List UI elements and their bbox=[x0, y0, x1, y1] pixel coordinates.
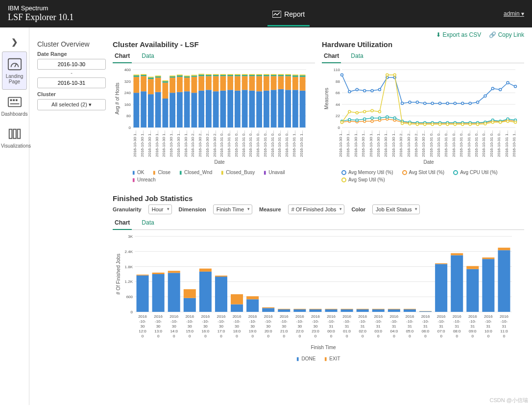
svg-rect-161 bbox=[300, 91, 306, 127]
svg-text:06:0: 06:0 bbox=[422, 329, 430, 333]
svg-text:-10-: -10- bbox=[155, 319, 162, 324]
measure-select[interactable]: # Of Finished Jobs bbox=[288, 204, 345, 214]
svg-rect-350 bbox=[215, 276, 227, 277]
svg-text:-10-: -10- bbox=[390, 319, 398, 324]
svg-text:2016: 2016 bbox=[500, 314, 508, 319]
svg-rect-164 bbox=[300, 75, 306, 76]
svg-text:14:0: 14:0 bbox=[170, 329, 178, 333]
svg-rect-366 bbox=[341, 309, 353, 309]
svg-text:-10-: -10- bbox=[406, 319, 413, 324]
svg-text:09:0: 09:0 bbox=[469, 329, 477, 333]
hardware-tab-data[interactable]: Data bbox=[349, 51, 365, 63]
svg-text:30: 30 bbox=[188, 324, 192, 329]
svg-text:-10-: -10- bbox=[249, 319, 257, 324]
hardware-tab-chart[interactable]: Chart bbox=[322, 51, 341, 63]
svg-text:-10-: -10- bbox=[170, 319, 178, 324]
nav-report[interactable]: Report bbox=[267, 1, 310, 26]
svg-text:2016: 2016 bbox=[484, 314, 493, 319]
svg-text:2016-10-31 0...: 2016-10-31 0... bbox=[489, 130, 494, 157]
cluster-select[interactable]: All selected (2) ▾ bbox=[37, 99, 106, 110]
svg-rect-157 bbox=[292, 76, 298, 77]
svg-rect-362 bbox=[309, 309, 321, 309]
user-menu[interactable]: admin ▾ bbox=[504, 10, 524, 17]
svg-point-215 bbox=[416, 101, 418, 103]
svg-rect-351 bbox=[231, 304, 243, 312]
svg-rect-368 bbox=[357, 309, 369, 309]
svg-rect-10 bbox=[17, 129, 20, 139]
chart-icon bbox=[272, 11, 281, 18]
svg-rect-119 bbox=[249, 91, 255, 127]
svg-rect-32 bbox=[141, 74, 146, 75]
svg-point-297 bbox=[491, 121, 494, 124]
svg-point-223 bbox=[477, 101, 479, 103]
svg-text:0: 0 bbox=[409, 334, 411, 338]
svg-rect-77 bbox=[198, 91, 204, 127]
svg-rect-53 bbox=[169, 93, 175, 127]
svg-rect-121 bbox=[249, 75, 255, 76]
svg-point-282 bbox=[378, 110, 381, 113]
svg-rect-89 bbox=[213, 91, 219, 127]
svg-text:600: 600 bbox=[126, 295, 133, 299]
svg-text:2016-10-30 1...: 2016-10-30 1... bbox=[147, 130, 152, 157]
svg-text:2016: 2016 bbox=[264, 314, 273, 319]
svg-text:2016-10-30 1...: 2016-10-30 1... bbox=[354, 130, 358, 157]
dimension-label: Dimension bbox=[179, 206, 206, 212]
svg-rect-143 bbox=[278, 89, 284, 127]
svg-text:2016: 2016 bbox=[437, 314, 446, 319]
availability-tab-chart[interactable]: Chart bbox=[113, 51, 132, 63]
svg-text:0: 0 bbox=[142, 334, 144, 338]
finished-tab-chart[interactable]: Chart bbox=[113, 217, 132, 230]
finished-tab-data[interactable]: Data bbox=[140, 217, 156, 229]
svg-rect-385 bbox=[498, 250, 510, 312]
sidebar-item-label: Visualizations bbox=[1, 143, 31, 149]
svg-text:11:0: 11:0 bbox=[500, 329, 508, 333]
svg-text:21:0: 21:0 bbox=[280, 329, 288, 333]
sidebar-item-dashboards[interactable]: Dashboards bbox=[0, 90, 29, 122]
sidebar-item-landing[interactable]: Landing Page bbox=[2, 51, 27, 90]
date-to-input[interactable] bbox=[37, 77, 106, 88]
svg-text:30: 30 bbox=[297, 324, 302, 329]
sidebar-collapse[interactable]: ❯ bbox=[0, 32, 29, 51]
granularity-select[interactable]: Hour bbox=[148, 204, 172, 214]
svg-text:2016: 2016 bbox=[169, 314, 178, 319]
svg-text:03:0: 03:0 bbox=[375, 329, 383, 333]
svg-text:80: 80 bbox=[126, 114, 131, 118]
svg-text:0: 0 bbox=[338, 126, 340, 130]
svg-rect-151 bbox=[285, 75, 291, 76]
svg-rect-41 bbox=[155, 92, 161, 127]
dimension-select[interactable]: Finish Time bbox=[213, 204, 252, 214]
hardware-chart: 0224466881102016-10-30 1...2016-10-30 1.… bbox=[322, 66, 524, 167]
svg-text:320: 320 bbox=[124, 79, 131, 84]
svg-point-298 bbox=[499, 121, 502, 124]
svg-point-286 bbox=[409, 123, 411, 125]
svg-text:30: 30 bbox=[266, 324, 270, 329]
svg-rect-60 bbox=[177, 77, 183, 92]
svg-rect-383 bbox=[482, 259, 494, 312]
svg-text:31: 31 bbox=[423, 324, 428, 329]
copy-link[interactable]: 🔗 Copy Link bbox=[489, 31, 524, 38]
svg-text:2016-10-30 2...: 2016-10-30 2... bbox=[414, 130, 418, 157]
sidebar-item-visualizations[interactable]: Visualizations bbox=[0, 122, 29, 153]
svg-rect-149 bbox=[285, 90, 291, 127]
svg-rect-381 bbox=[466, 269, 479, 312]
svg-text:2016: 2016 bbox=[342, 314, 351, 319]
svg-text:-10-: -10- bbox=[202, 319, 209, 324]
svg-rect-98 bbox=[220, 74, 226, 75]
svg-point-206 bbox=[348, 91, 351, 93]
svg-text:-10-: -10- bbox=[501, 319, 508, 324]
availability-tab-data[interactable]: Data bbox=[140, 51, 156, 63]
svg-text:18:0: 18:0 bbox=[233, 329, 241, 333]
date-sep: - bbox=[37, 70, 106, 76]
date-from-input[interactable] bbox=[37, 59, 106, 70]
svg-rect-102 bbox=[227, 76, 233, 90]
svg-text:-10-: -10- bbox=[485, 319, 492, 324]
svg-text:2016: 2016 bbox=[217, 314, 226, 319]
color-select[interactable]: Job Exit Status bbox=[372, 204, 420, 214]
svg-text:0: 0 bbox=[299, 334, 301, 338]
export-csv-link[interactable]: ⬇ Export as CSV bbox=[436, 31, 481, 38]
hardware-legend: Avg Memory Util (%)Avg Slot Util (%)Avg … bbox=[322, 167, 524, 182]
svg-rect-369 bbox=[372, 309, 385, 312]
svg-text:30: 30 bbox=[282, 324, 286, 329]
svg-rect-384 bbox=[482, 257, 494, 259]
svg-rect-66 bbox=[184, 77, 190, 91]
